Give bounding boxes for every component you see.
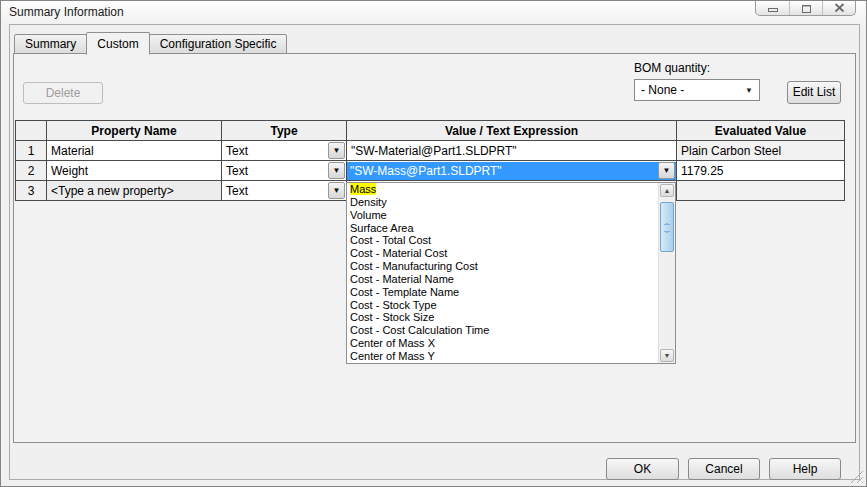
type-value: Text [226,164,248,178]
maximize-button[interactable] [789,1,822,15]
bom-quantity-label: BOM quantity: [634,61,710,75]
close-button[interactable] [822,1,855,15]
type-combobox[interactable]: Text ▼ [222,141,347,161]
maximize-icon [802,5,811,13]
minimize-button[interactable] [756,1,789,15]
title-bar[interactable]: Summary Information [1,1,866,24]
scroll-up-icon[interactable]: ▲ [660,184,674,197]
ok-button[interactable]: OK [606,458,679,480]
chevron-down-icon[interactable]: ▼ [658,162,675,179]
property-name-cell[interactable]: Weight [47,161,222,181]
header-row-number [16,121,47,141]
dropdown-item-volume[interactable]: Volume [347,209,675,222]
dropdown-item-cost-template-name[interactable]: Cost - Template Name [347,286,675,299]
window-controls [755,1,856,16]
dropdown-item-cost-stock-size[interactable]: Cost - Stock Size [347,311,675,324]
header-evaluated-value: Evaluated Value [677,121,845,141]
evaluated-value-cell: Plain Carbon Steel [677,141,845,161]
selected-expression-text: "SW-Mass@Part1.SLDPRT" [347,162,676,180]
dropdown-item-mass[interactable]: Mass [347,183,675,196]
edit-list-button[interactable]: Edit List [787,81,841,104]
value-expression-combobox-active[interactable]: "SW-Mass@Part1.SLDPRT" ▼ [347,161,677,181]
dropdown-item-cost-cost-calculation-time[interactable]: Cost - Cost Calculation Time [347,324,675,337]
type-combobox[interactable]: Text ▼ [222,181,347,201]
type-value: Text [226,184,248,198]
type-combobox[interactable]: Text ▼ [222,161,347,181]
table-row-1: 1 Material Text ▼ "SW-Material@Part1.SLD… [16,141,845,161]
row-number: 1 [16,141,47,161]
tab-custom[interactable]: Custom [86,32,149,55]
header-property-name: Property Name [47,121,222,141]
dropdown-item-density[interactable]: Density [347,196,675,209]
value-expression-dropdown-list: Mass Density Volume Surface Area Cost - … [346,182,676,364]
minimize-icon [768,8,778,12]
window-title: Summary Information [9,5,124,19]
tab-strip: Summary Custom Configuration Specific [14,32,286,55]
header-type: Type [222,121,347,141]
dropdown-item-cost-stock-type[interactable]: Cost - Stock Type [347,299,675,312]
highlighted-item-text: Mass [350,183,376,195]
property-name-cell[interactable]: Material [47,141,222,161]
row-number: 3 [16,181,47,201]
dropdown-item-cost-manufacturing-cost[interactable]: Cost - Manufacturing Cost [347,260,675,273]
delete-button[interactable]: Delete [23,82,103,104]
dropdown-item-cost-material-cost[interactable]: Cost - Material Cost [347,247,675,260]
chevron-down-icon[interactable]: ▼ [328,182,345,199]
row-number: 2 [16,161,47,181]
type-value: Text [226,144,248,158]
tab-summary[interactable]: Summary [14,34,87,54]
evaluated-value-cell: 1179.25 [677,161,845,181]
scrollbar-thumb[interactable] [660,202,674,252]
dropdown-scrollbar[interactable]: ▲ ▼ [658,183,675,363]
scroll-down-icon[interactable]: ▼ [660,349,674,362]
table-row-2: 2 Weight Text ▼ "SW-Mass@Part1.SLDPRT" ▼… [16,161,845,181]
chevron-down-icon[interactable]: ▼ [328,162,345,179]
dropdown-item-cost-total-cost[interactable]: Cost - Total Cost [347,234,675,247]
help-button[interactable]: Help [769,458,841,480]
evaluated-value-cell [677,181,845,201]
chevron-down-icon: ▼ [745,86,753,95]
new-property-cell[interactable]: <Type a new property> [47,181,222,201]
tab-configuration-specific[interactable]: Configuration Specific [149,34,288,54]
close-icon [834,3,845,13]
table-header-row: Property Name Type Value / Text Expressi… [16,121,845,141]
dropdown-item-surface-area[interactable]: Surface Area [347,222,675,235]
bom-quantity-combobox[interactable]: - None - ▼ [634,79,760,101]
dropdown-item-center-of-mass-x[interactable]: Center of Mass X [347,337,675,350]
chevron-down-icon[interactable]: ▼ [328,142,345,159]
cancel-button[interactable]: Cancel [688,458,760,480]
header-value-expression: Value / Text Expression [347,121,677,141]
dropdown-item-cost-material-name[interactable]: Cost - Material Name [347,273,675,286]
summary-information-dialog: Summary Information Summary Custom Confi… [0,0,867,487]
dropdown-item-center-of-mass-y[interactable]: Center of Mass Y [347,350,675,363]
bom-quantity-value: - None - [641,83,684,97]
value-expression-cell[interactable]: "SW-Material@Part1.SLDPRT" [347,141,677,161]
